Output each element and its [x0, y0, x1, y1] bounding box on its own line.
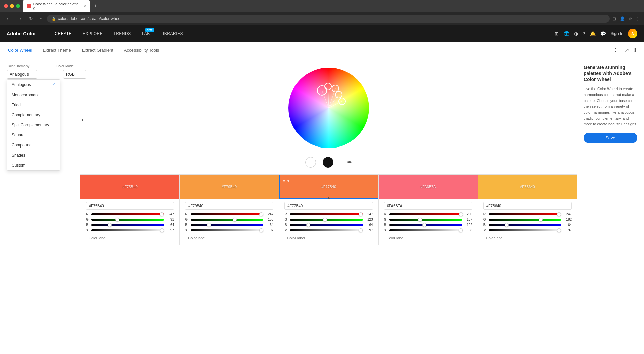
- bookmark-icon[interactable]: ☆: [628, 16, 632, 21]
- b-track-4[interactable]: [489, 224, 561, 226]
- handle-4[interactable]: [335, 91, 342, 98]
- tab-color-wheel[interactable]: Color Wheel: [7, 42, 34, 59]
- tab-close-icon[interactable]: ✕: [83, 4, 86, 8]
- black-circle-tool[interactable]: [323, 157, 333, 168]
- brightness-thumb-0[interactable]: [160, 228, 164, 232]
- tab-extract-theme[interactable]: Extract Theme: [42, 42, 72, 59]
- tab-accessibility-tools[interactable]: Accessibility Tools: [123, 42, 161, 59]
- g-track-0[interactable]: [91, 219, 164, 221]
- brightness-track-2[interactable]: [290, 229, 363, 231]
- notification-icon[interactable]: 🔔: [590, 31, 596, 36]
- dropdown-item-split-complementary[interactable]: Split Complementary: [7, 120, 60, 130]
- g-track-3[interactable]: [389, 219, 462, 221]
- brightness-thumb-1[interactable]: [259, 228, 263, 232]
- g-track-4[interactable]: [489, 219, 561, 221]
- nav-libraries[interactable]: LIBRARIES: [155, 25, 189, 42]
- browser-tab[interactable]: Color Wheel, a color palette g... ✕: [23, 0, 90, 12]
- g-thumb-1[interactable]: [233, 218, 237, 222]
- white-circle-tool[interactable]: [305, 157, 316, 168]
- b-track-1[interactable]: [191, 224, 263, 226]
- brightness-thumb-2[interactable]: [359, 228, 363, 232]
- nav-create[interactable]: CREATE: [49, 25, 77, 42]
- handle-2[interactable]: [325, 83, 331, 90]
- b-thumb-3[interactable]: [422, 223, 426, 227]
- swatch-color-1[interactable]: #F79B40: [180, 175, 279, 199]
- brightness-thumb-3[interactable]: [459, 228, 463, 232]
- b-thumb-4[interactable]: [505, 223, 509, 227]
- dropdown-item-shades[interactable]: Shades: [7, 150, 60, 160]
- g-thumb-3[interactable]: [418, 218, 422, 222]
- chat-icon[interactable]: 💬: [600, 31, 606, 36]
- g-track-1[interactable]: [191, 219, 263, 221]
- brightness-track-0[interactable]: [91, 229, 164, 231]
- r-track-4[interactable]: [489, 213, 561, 215]
- nav-trends[interactable]: TRENDS: [108, 25, 136, 42]
- forward-button[interactable]: →: [15, 15, 24, 23]
- r-track-2[interactable]: [290, 213, 363, 215]
- address-bar[interactable]: 🔒 color.adobe.com/create/color-wheel: [47, 15, 610, 23]
- b-thumb-0[interactable]: [108, 223, 112, 227]
- dropdown-item-monochromatic[interactable]: Monochromatic: [7, 90, 60, 100]
- color-label-input-3[interactable]: [384, 234, 472, 242]
- brightness-thumb-4[interactable]: [557, 228, 561, 232]
- dropdown-item-square[interactable]: Square: [7, 130, 60, 140]
- back-button[interactable]: ←: [4, 15, 13, 23]
- nav-explore[interactable]: EXPLORE: [77, 25, 108, 42]
- b-track-2[interactable]: [290, 224, 363, 226]
- g-thumb-4[interactable]: [539, 218, 543, 222]
- b-thumb-2[interactable]: [306, 223, 310, 227]
- hex-input-1[interactable]: [185, 202, 273, 210]
- dropdown-item-custom[interactable]: Custom: [7, 160, 60, 170]
- r-track-1[interactable]: [191, 213, 263, 215]
- hex-input-2[interactable]: [284, 202, 373, 210]
- swatch-color-2[interactable]: ≡ ● #F77B40 ▲: [279, 175, 378, 199]
- brightness-track-3[interactable]: [389, 229, 462, 231]
- r-track-0[interactable]: [91, 213, 164, 215]
- new-tab-button[interactable]: +: [94, 3, 97, 9]
- r-thumb-0[interactable]: [160, 212, 164, 216]
- sign-in-button[interactable]: Sign In: [611, 31, 623, 36]
- more-icon[interactable]: ⋮: [636, 16, 640, 21]
- b-thumb-1[interactable]: [207, 223, 211, 227]
- grid-icon[interactable]: ⊞: [555, 31, 559, 36]
- hex-input-0[interactable]: [86, 202, 174, 210]
- home-button[interactable]: ⌂: [38, 15, 44, 23]
- color-wheel-container[interactable]: [288, 68, 369, 148]
- help-icon[interactable]: ?: [583, 31, 585, 36]
- save-button[interactable]: Save: [584, 133, 637, 143]
- g-track-2[interactable]: [290, 219, 363, 221]
- r-track-3[interactable]: [389, 213, 462, 215]
- color-label-input-4[interactable]: [483, 234, 572, 242]
- user-avatar[interactable]: A: [628, 29, 637, 38]
- dot-close[interactable]: [4, 4, 8, 8]
- dropdown-item-analogous[interactable]: Analogous ✓: [7, 80, 60, 90]
- g-thumb-2[interactable]: [323, 218, 327, 222]
- fullscreen-icon[interactable]: ⛶: [615, 47, 621, 53]
- b-track-3[interactable]: [389, 224, 462, 226]
- profile-icon[interactable]: 👤: [620, 16, 625, 21]
- color-label-input-2[interactable]: [284, 234, 373, 242]
- mode-select[interactable]: RGB HSL CMYK: [63, 70, 86, 79]
- dot-minimize[interactable]: [10, 4, 14, 8]
- hex-input-4[interactable]: [483, 202, 572, 210]
- swatch-color-3[interactable]: #FA6B7A: [379, 175, 478, 199]
- globe-icon[interactable]: 🌐: [564, 31, 569, 36]
- swatch-color-0[interactable]: #F75B40: [80, 175, 179, 199]
- r-thumb-1[interactable]: [259, 212, 263, 216]
- tab-extract-gradient[interactable]: Extract Gradient: [80, 42, 115, 59]
- g-thumb-0[interactable]: [115, 218, 119, 222]
- share-icon[interactable]: ↗: [625, 47, 629, 53]
- dropdown-item-triad[interactable]: Triad: [7, 100, 60, 110]
- r-thumb-3[interactable]: [459, 212, 463, 216]
- handle-3[interactable]: [332, 85, 339, 92]
- brightness-track-4[interactable]: [489, 229, 561, 231]
- handle-5[interactable]: [339, 98, 345, 105]
- refresh-button[interactable]: ↻: [27, 15, 35, 23]
- dropdown-item-compound[interactable]: Compound: [7, 140, 60, 150]
- color-label-input-0[interactable]: [86, 234, 174, 242]
- r-thumb-2[interactable]: [359, 212, 363, 216]
- eyedropper-tool[interactable]: ✒: [347, 159, 352, 166]
- dot-maximize[interactable]: [16, 4, 20, 8]
- brightness-track-1[interactable]: [191, 229, 263, 231]
- color-label-input-1[interactable]: [185, 234, 273, 242]
